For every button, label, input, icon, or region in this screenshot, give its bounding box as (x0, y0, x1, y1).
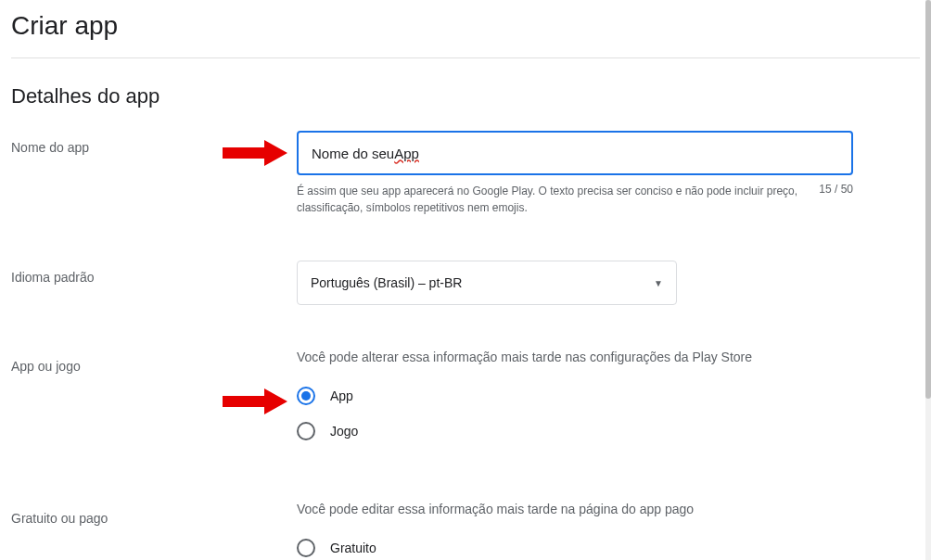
radio-game-label: Jogo (330, 424, 358, 439)
app-or-game-label: App ou jogo (11, 350, 297, 374)
scrollbar[interactable] (925, 0, 931, 560)
svg-marker-0 (223, 140, 287, 166)
radio-selected-icon (297, 387, 315, 405)
free-or-paid-info: Você pode editar essa informação mais ta… (297, 502, 853, 516)
arrow-annotation-icon (223, 140, 287, 166)
dropdown-icon: ▼ (654, 278, 663, 288)
radio-app-label: App (330, 388, 353, 403)
page-title: Criar app (11, 0, 920, 58)
radio-app[interactable]: App (297, 387, 853, 405)
radio-game[interactable]: Jogo (297, 422, 853, 440)
app-name-row: Nome do app Nome do seu App É assim que … (11, 131, 920, 216)
app-name-value-prefix: Nome do seu (312, 146, 394, 161)
svg-marker-1 (223, 388, 287, 414)
app-or-game-row: App ou jogo Você pode alterar essa infor… (11, 350, 920, 457)
radio-unselected-icon (297, 539, 315, 557)
free-or-paid-row: Gratuito ou pago Você pode editar essa i… (11, 502, 920, 560)
app-name-value-underlined: App (394, 146, 419, 161)
radio-free[interactable]: Gratuito (297, 539, 853, 557)
radio-unselected-icon (297, 422, 315, 440)
language-row: Idioma padrão Português (Brasil) – pt-BR… (11, 261, 920, 305)
app-name-char-count: 15 / 50 (819, 183, 853, 216)
language-select[interactable]: Português (Brasil) – pt-BR ▼ (297, 261, 677, 305)
free-or-paid-label: Gratuito ou pago (11, 502, 297, 526)
app-name-input[interactable]: Nome do seu App (297, 131, 853, 175)
language-value: Português (Brasil) – pt-BR (311, 275, 462, 290)
section-title: Detalhes do app (11, 84, 920, 108)
app-name-helper: É assim que seu app aparecerá no Google … (297, 183, 819, 216)
language-label: Idioma padrão (11, 261, 297, 285)
scrollbar-thumb[interactable] (925, 0, 931, 399)
arrow-annotation-icon (223, 388, 287, 414)
radio-free-label: Gratuito (330, 541, 376, 555)
app-or-game-info: Você pode alterar essa informação mais t… (297, 350, 853, 364)
